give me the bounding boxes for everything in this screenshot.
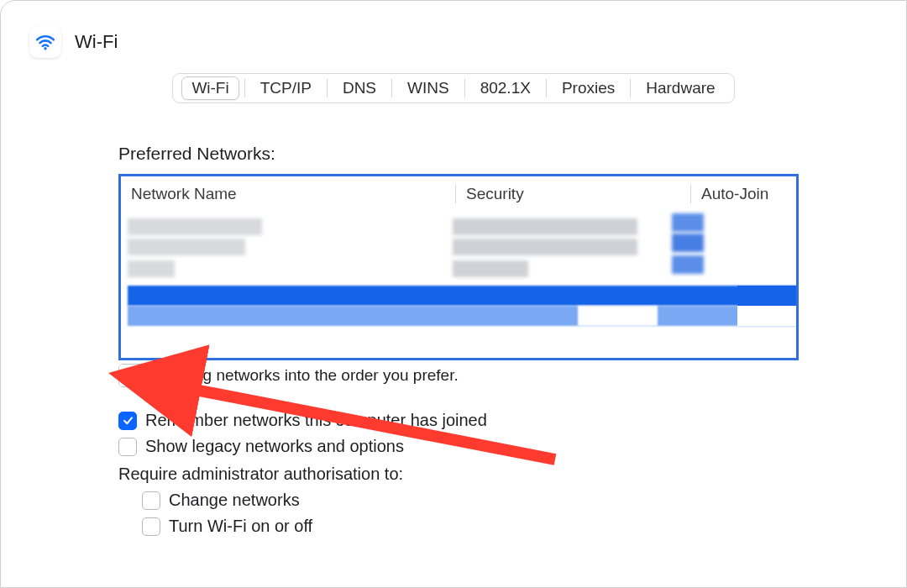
tab-hardware[interactable]: Hardware bbox=[636, 76, 725, 100]
settings-window: Wi-Fi Wi-Fi TCP/IP DNS WINS 802.1X Proxi… bbox=[0, 0, 907, 588]
tab-separator bbox=[546, 79, 547, 97]
col-security[interactable]: Security bbox=[455, 185, 690, 203]
turn-wifi-checkbox[interactable] bbox=[142, 517, 160, 536]
tab-separator bbox=[391, 79, 392, 97]
tab-proxies[interactable]: Proxies bbox=[552, 76, 625, 100]
remember-networks-label: Remember networks this computer has join… bbox=[145, 411, 487, 430]
remember-networks-row[interactable]: Remember networks this computer has join… bbox=[118, 411, 873, 430]
wifi-icon bbox=[29, 26, 61, 58]
require-admin-label: Require administrator authorisation to: bbox=[118, 465, 873, 484]
preferred-networks-table[interactable]: Network Name Security Auto-Join bbox=[118, 174, 799, 360]
content: Preferred Networks: Network Name Securit… bbox=[1, 144, 906, 536]
tabs-strip: Wi-Fi TCP/IP DNS WINS 802.1X Proxies Har… bbox=[172, 73, 734, 103]
col-auto-join[interactable]: Auto-Join bbox=[690, 185, 789, 203]
remove-network-button[interactable]: − bbox=[146, 365, 173, 386]
legacy-networks-checkbox[interactable] bbox=[118, 438, 137, 456]
change-networks-label: Change networks bbox=[169, 491, 300, 510]
drag-hint-text: ag networks into the order you prefer. bbox=[194, 366, 459, 384]
change-networks-row[interactable]: Change networks bbox=[118, 491, 873, 510]
preferred-networks-label: Preferred Networks: bbox=[118, 144, 873, 164]
add-network-button[interactable]: + bbox=[119, 365, 146, 386]
turn-wifi-label: Turn Wi-Fi on or off bbox=[169, 517, 312, 536]
tab-separator bbox=[630, 79, 631, 97]
header: Wi-Fi bbox=[1, 1, 906, 58]
turn-wifi-row[interactable]: Turn Wi-Fi on or off bbox=[118, 517, 873, 536]
change-networks-checkbox[interactable] bbox=[142, 491, 160, 510]
legacy-networks-label: Show legacy networks and options bbox=[145, 437, 404, 456]
remember-networks-checkbox[interactable] bbox=[118, 412, 137, 430]
svg-point-0 bbox=[44, 47, 46, 50]
tab-dns[interactable]: DNS bbox=[333, 76, 386, 100]
tab-separator bbox=[244, 79, 245, 97]
tab-separator bbox=[464, 79, 465, 97]
table-header: Network Name Security Auto-Join bbox=[121, 176, 796, 212]
tab-tcpip[interactable]: TCP/IP bbox=[250, 76, 322, 100]
tab-wins[interactable]: WINS bbox=[397, 76, 459, 100]
table-body-redacted[interactable] bbox=[121, 213, 796, 331]
legacy-networks-row[interactable]: Show legacy networks and options bbox=[118, 437, 873, 456]
tab-wifi[interactable]: Wi-Fi bbox=[181, 76, 239, 100]
below-table-row: + − ag networks into the order you prefe… bbox=[118, 364, 873, 387]
add-remove-group: + − bbox=[118, 364, 174, 387]
drag-hint: ag networks into the order you prefer. bbox=[187, 366, 459, 385]
tab-8021x[interactable]: 802.1X bbox=[470, 76, 541, 100]
page-title: Wi-Fi bbox=[75, 31, 118, 53]
col-network-name[interactable]: Network Name bbox=[128, 185, 455, 203]
tab-separator bbox=[327, 79, 328, 97]
